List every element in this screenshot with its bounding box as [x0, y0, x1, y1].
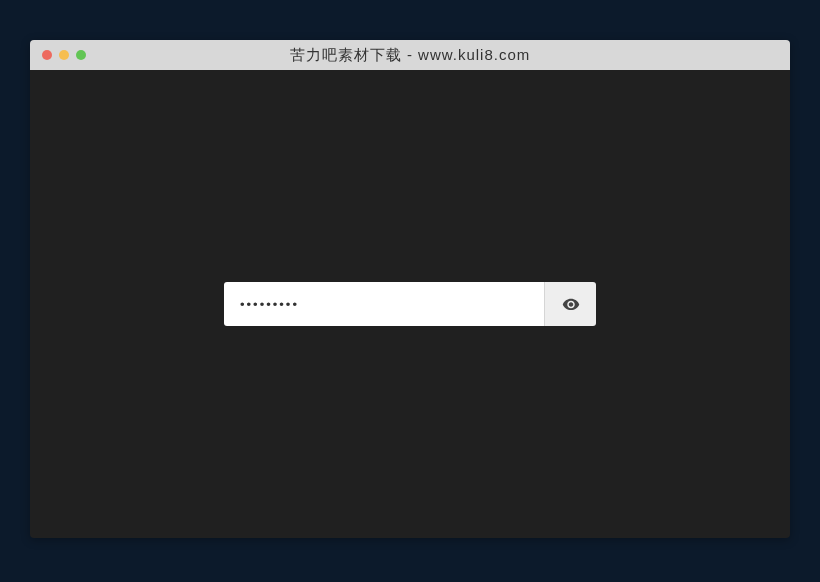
- eye-icon: [562, 295, 580, 313]
- content-area: [30, 70, 790, 538]
- password-input[interactable]: [224, 282, 544, 326]
- app-window: 苦力吧素材下载 - www.kuli8.com: [30, 40, 790, 538]
- toggle-password-visibility-button[interactable]: [544, 282, 596, 326]
- title-bar: 苦力吧素材下载 - www.kuli8.com: [30, 40, 790, 70]
- password-field-group: [224, 282, 596, 326]
- close-button[interactable]: [42, 50, 52, 60]
- window-title: 苦力吧素材下载 - www.kuli8.com: [30, 46, 790, 65]
- maximize-button[interactable]: [76, 50, 86, 60]
- traffic-lights: [30, 50, 86, 60]
- minimize-button[interactable]: [59, 50, 69, 60]
